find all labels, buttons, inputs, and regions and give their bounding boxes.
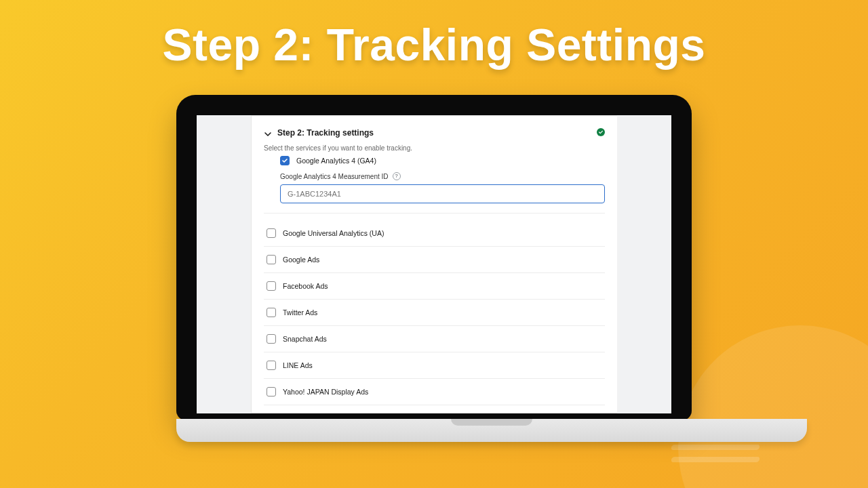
service-row-google-ads: Google Ads bbox=[264, 247, 605, 273]
chevron-down-icon bbox=[264, 129, 272, 137]
settings-panel: Step 2: Tracking settings Select the ser… bbox=[251, 115, 617, 413]
hero-title: Step 2: Tracking Settings bbox=[0, 19, 868, 70]
laptop-mockup: Step 2: Tracking settings Select the ser… bbox=[176, 95, 692, 443]
checkbox-ua[interactable] bbox=[267, 228, 276, 238]
ga4-field-label-row: Google Analytics 4 Measurement ID ? bbox=[280, 172, 605, 180]
panel-description: Select the services if you want to enabl… bbox=[264, 144, 605, 152]
service-row-ua: Google Universal Analytics (UA) bbox=[264, 220, 605, 247]
checkbox-twitter-ads[interactable] bbox=[267, 308, 276, 317]
service-label: Twitter Ads bbox=[283, 308, 317, 317]
service-list: Google Universal Analytics (UA) Google A… bbox=[264, 220, 605, 413]
service-row-twitter-ads: Twitter Ads bbox=[264, 300, 605, 326]
service-label: Yahoo! JAPAN Display Ads bbox=[283, 388, 368, 396]
checkbox-facebook-ads[interactable] bbox=[267, 281, 276, 291]
service-label: Facebook Ads bbox=[283, 282, 328, 290]
stage: Step 2: Tracking Settings Step 2: Tracki… bbox=[0, 0, 868, 488]
service-row-facebook-ads: Facebook Ads bbox=[264, 273, 605, 300]
laptop-base bbox=[176, 419, 807, 442]
checkbox-ga4[interactable] bbox=[280, 156, 290, 165]
panel-title: Step 2: Tracking settings bbox=[277, 128, 374, 138]
right-gutter bbox=[617, 115, 671, 413]
checkbox-google-ads[interactable] bbox=[267, 255, 276, 264]
service-row-yahoo-display: Yahoo! JAPAN Display Ads bbox=[264, 379, 605, 405]
left-gutter bbox=[197, 115, 251, 413]
service-row-ga4: Google Analytics 4 (GA4) bbox=[280, 152, 605, 165]
service-ga4-block: Google Analytics 4 (GA4) Google Analytic… bbox=[264, 152, 605, 214]
laptop-screen: Step 2: Tracking settings Select the ser… bbox=[197, 115, 671, 413]
panel-header[interactable]: Step 2: Tracking settings bbox=[264, 128, 605, 138]
checkbox-snapchat-ads[interactable] bbox=[267, 334, 276, 344]
service-row-yahoo-search: Yahoo! JAPAN Search Ads bbox=[264, 405, 605, 413]
service-label: Google Universal Analytics (UA) bbox=[283, 229, 384, 237]
laptop-bezel: Step 2: Tracking settings Select the ser… bbox=[176, 95, 692, 420]
service-label-ga4: Google Analytics 4 (GA4) bbox=[296, 157, 376, 165]
service-label: Snapchat Ads bbox=[283, 335, 327, 343]
service-row-snapchat-ads: Snapchat Ads bbox=[264, 326, 605, 352]
laptop-notch bbox=[451, 419, 532, 426]
checkbox-yahoo-display[interactable] bbox=[267, 387, 276, 396]
service-row-line-ads: LINE Ads bbox=[264, 352, 605, 379]
service-label: Google Ads bbox=[283, 256, 319, 264]
ga4-measurement-id-input[interactable] bbox=[280, 184, 605, 203]
ga4-field-label: Google Analytics 4 Measurement ID bbox=[280, 173, 389, 180]
status-complete-icon bbox=[597, 128, 605, 136]
service-label: LINE Ads bbox=[283, 361, 313, 369]
checkbox-line-ads[interactable] bbox=[267, 361, 276, 370]
info-icon[interactable]: ? bbox=[393, 172, 401, 180]
